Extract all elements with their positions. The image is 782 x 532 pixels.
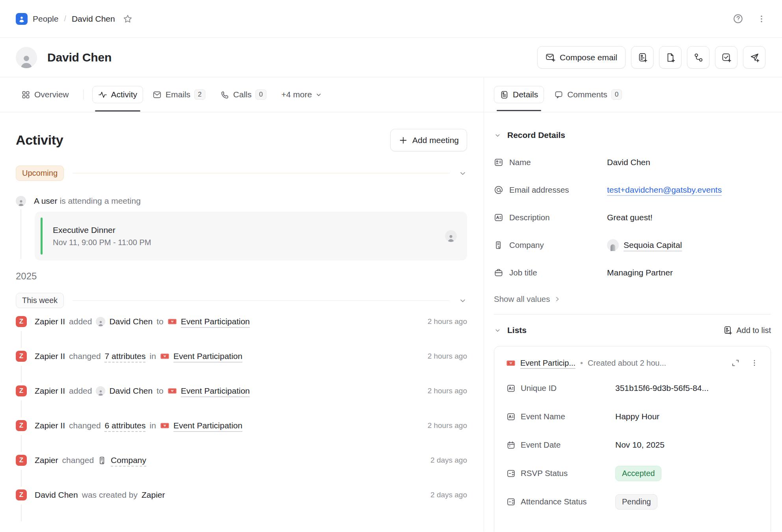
side-panel-tabs: Details Comments 0 xyxy=(484,77,782,112)
add-meeting-button[interactable]: Add meeting xyxy=(390,129,467,151)
rsvp-status-badge[interactable]: Accepted xyxy=(615,466,661,481)
feed-attributes-link[interactable]: Company xyxy=(111,456,146,465)
feed-row: Z Zapier changed Company 2 days ago xyxy=(16,455,467,489)
record-details-header: Record Details xyxy=(494,127,771,143)
expand-icon[interactable] xyxy=(731,359,740,367)
tab-emails[interactable]: Emails 2 xyxy=(147,86,210,103)
ticket-icon xyxy=(160,421,169,430)
detail-row-company: Company Sequoia Capital xyxy=(494,231,771,259)
tab-activity[interactable]: Activity xyxy=(92,86,143,103)
feed-actor: Zapier xyxy=(142,490,165,500)
record-title: David Chen xyxy=(47,51,112,64)
collapse-week-icon[interactable] xyxy=(458,296,467,305)
feed-target[interactable]: David Chen xyxy=(109,386,153,396)
detail-value-description[interactable]: Great guest! xyxy=(607,213,653,222)
more-options-icon[interactable] xyxy=(750,359,759,367)
tab-more[interactable]: +4 more xyxy=(276,86,328,103)
breadcrumb-section[interactable]: People xyxy=(33,14,58,24)
envelope-plus-icon xyxy=(546,52,555,62)
feed-verb: was created by xyxy=(82,490,138,500)
year-label: 2025 xyxy=(16,271,467,282)
feed-list-link[interactable]: Event Participation xyxy=(181,317,250,326)
send-plus-icon xyxy=(749,52,760,63)
feed-actor: Zapier II xyxy=(35,317,65,326)
list-field-label: Attendance Status xyxy=(521,497,615,506)
detail-label: Description xyxy=(509,213,607,222)
detail-label: Email addresses xyxy=(509,185,607,195)
chevron-down-icon[interactable] xyxy=(494,327,501,334)
feed-prep: in xyxy=(150,421,156,430)
detail-row-job-title: Job title Managing Partner xyxy=(494,259,771,286)
at-sign-icon xyxy=(494,185,503,195)
attendance-status-badge[interactable]: Pending xyxy=(615,494,657,510)
feed-subject: David Chen xyxy=(35,490,78,500)
compose-email-button[interactable]: Compose email xyxy=(537,46,626,69)
list-field-attendance-status: Attendance Status Pending xyxy=(506,487,759,516)
workflow-button[interactable] xyxy=(687,46,709,69)
feed-actor: Zapier II xyxy=(35,421,65,430)
feed-row: Z Zapier II added David Chen to Event Pa… xyxy=(16,385,467,420)
tab-overview-label: Overview xyxy=(34,90,69,99)
detail-value-job-title[interactable]: Managing Partner xyxy=(607,268,673,277)
add-note-button[interactable] xyxy=(659,46,681,69)
detail-value-name[interactable]: David Chen xyxy=(607,158,650,167)
send-sequence-button[interactable] xyxy=(743,46,765,69)
select-field-icon xyxy=(506,497,516,506)
list-field-rsvp-status: RSVP Status Accepted xyxy=(506,459,759,487)
contact-card-plus-icon xyxy=(723,326,732,335)
collapse-upcoming-icon[interactable] xyxy=(458,169,467,178)
add-task-button[interactable] xyxy=(715,46,737,69)
record-avatar xyxy=(16,47,37,68)
feed-list-link[interactable]: Event Participation xyxy=(173,352,242,361)
list-field-value[interactable]: 351b15f6-9d3b-56f5-84... xyxy=(615,383,709,393)
favorite-star-icon[interactable] xyxy=(123,14,132,24)
workflow-icon xyxy=(693,52,704,63)
detail-value-email-link[interactable]: test+davidchen@gatsby.events xyxy=(607,185,722,195)
feed-attributes-link[interactable]: 7 attributes xyxy=(105,352,146,361)
people-object-icon xyxy=(16,13,28,25)
record-actions: Compose email xyxy=(537,46,765,69)
tab-comments[interactable]: Comments 0 xyxy=(549,86,627,103)
detail-value-company[interactable]: Sequoia Capital xyxy=(607,239,682,251)
more-options-icon[interactable] xyxy=(757,14,766,24)
person-icon xyxy=(96,317,105,326)
feed-list-link[interactable]: Event Participation xyxy=(173,421,242,430)
feed-prep: to xyxy=(156,317,164,326)
tab-emails-label: Emails xyxy=(166,90,190,99)
description-icon xyxy=(494,213,503,222)
meeting-title: Executive Dinner xyxy=(53,225,151,235)
tab-details[interactable]: Details xyxy=(494,86,544,103)
breadcrumb-record[interactable]: David Chen xyxy=(72,14,115,24)
briefcase-icon xyxy=(494,268,503,277)
add-to-list-button[interactable] xyxy=(631,46,654,69)
company-link[interactable]: Sequoia Capital xyxy=(624,240,682,250)
list-field-value[interactable]: Happy Hour xyxy=(615,412,659,421)
meeting-card[interactable]: Executive Dinner Nov 11, 9:00 PM - 11:00… xyxy=(35,212,467,260)
feed-target[interactable]: David Chen xyxy=(109,317,153,326)
select-field-icon xyxy=(506,469,516,478)
zapier-avatar: Z xyxy=(16,455,27,466)
feed-attributes-link[interactable]: 6 attributes xyxy=(105,421,146,430)
ticket-icon xyxy=(506,358,516,368)
ticket-icon xyxy=(168,317,177,326)
tab-overview[interactable]: Overview xyxy=(16,86,74,103)
company-icon xyxy=(98,456,107,465)
show-all-values-link[interactable]: Show all values xyxy=(494,290,771,308)
list-entry-title-link[interactable]: Event Particip... xyxy=(520,359,575,368)
feed-timestamp: 2 days ago xyxy=(430,456,467,465)
help-icon[interactable] xyxy=(733,13,743,24)
detail-row-description: Description Great guest! xyxy=(494,204,771,231)
add-to-list-link[interactable]: Add to list xyxy=(723,326,771,335)
comments-count-badge: 0 xyxy=(611,89,622,100)
week-divider: This week xyxy=(16,293,467,308)
chevron-down-icon[interactable] xyxy=(494,132,501,139)
upcoming-divider: Upcoming xyxy=(16,166,467,181)
plus-icon xyxy=(398,136,408,145)
breadcrumb-bar: People / David Chen xyxy=(0,0,782,38)
activity-heading: Activity xyxy=(16,132,63,148)
tab-calls[interactable]: Calls 0 xyxy=(215,86,272,103)
list-field-value[interactable]: Nov 10, 2025 xyxy=(615,440,665,450)
feed-verb: added xyxy=(69,386,92,396)
feed-list-link[interactable]: Event Participation xyxy=(181,386,250,396)
lists-title: Lists xyxy=(507,326,527,335)
